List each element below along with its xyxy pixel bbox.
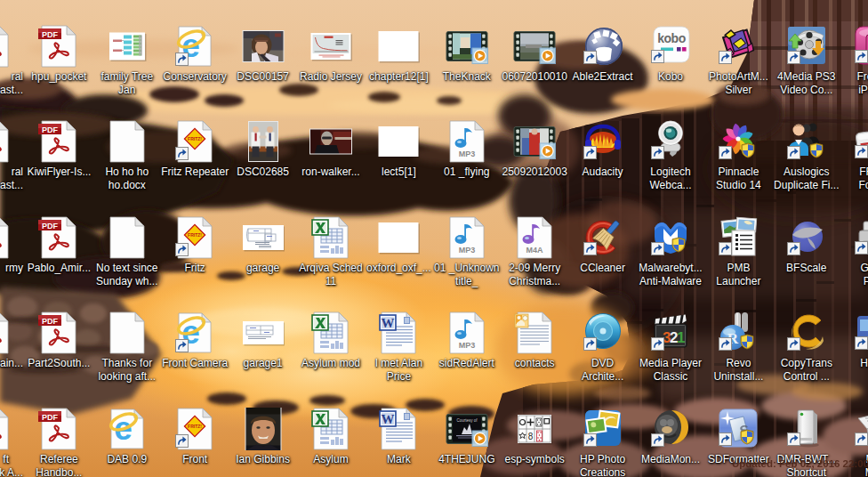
svg-text:PDF: PDF (42, 30, 59, 39)
svg-text:PDF: PDF (42, 413, 59, 422)
svg-text:Courtesy of: Courtesy of (456, 418, 478, 423)
svg-text:MP3: MP3 (459, 150, 476, 158)
svg-text:W: W (382, 316, 395, 330)
svg-text:M4A: M4A (526, 246, 544, 255)
svg-text:1: 1 (677, 329, 685, 346)
svg-text:MP3: MP3 (459, 341, 476, 350)
svg-text:MP3: MP3 (459, 246, 476, 255)
svg-text:FRITZ!: FRITZ! (188, 136, 202, 141)
svg-text:PDF: PDF (42, 222, 59, 230)
svg-text:W: W (382, 412, 395, 426)
svg-text:FRITZ!: FRITZ! (188, 232, 202, 238)
svg-text:kobo: kobo (657, 31, 685, 45)
svg-text:PDF: PDF (42, 125, 59, 134)
svg-text:8: 8 (528, 432, 534, 441)
svg-text:FRITZ!: FRITZ! (188, 424, 202, 429)
svg-text:PDF: PDF (42, 317, 59, 326)
